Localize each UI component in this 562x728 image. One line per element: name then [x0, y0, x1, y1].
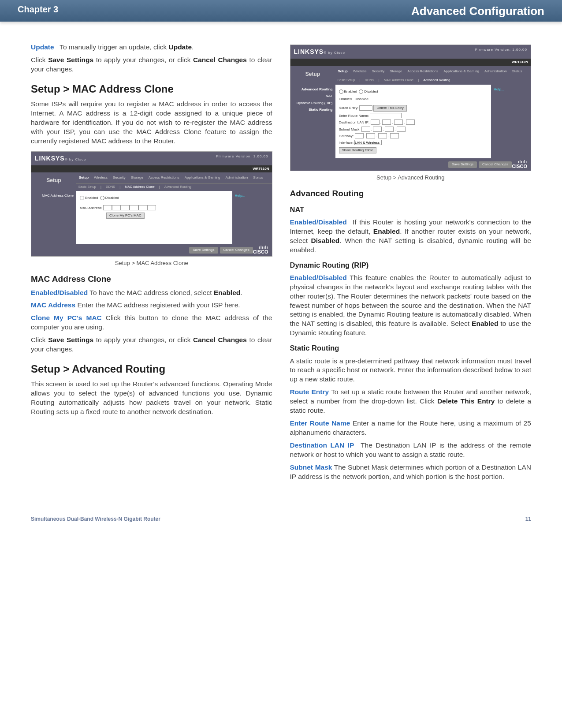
mac-address-para: MAC Address Enter the MAC address regist… [31, 301, 272, 310]
footer-product: Simultaneous Dual-Band Wireless-N Gigabi… [31, 516, 160, 522]
header-title: Advanced Configuration [411, 4, 544, 18]
page-header: Chapter 3 Advanced Configuration [0, 0, 562, 22]
right-column: LINKSYS® by CiscoFirmware Version: 1.00.… [290, 39, 532, 485]
heading-adv-routing: Advanced Routing [290, 188, 532, 199]
route-entry-para: Route Entry To set up a static route bet… [290, 388, 532, 415]
update-bold: Update [168, 43, 192, 51]
adv-intro: This screen is used to set up the Router… [31, 380, 272, 417]
route-name-para: Enter Route Name Enter a name for the Ro… [290, 419, 532, 437]
save-line-2: Click Save Settings to apply your change… [31, 336, 272, 354]
clone-para: Clone My PC's MAC Click this button to c… [31, 314, 272, 332]
rip-para: Enabled/Disabled This feature enables th… [290, 273, 532, 338]
heading-mac-setup: Setup > MAC Address Clone [31, 82, 272, 96]
nat-para: Enabled/Disabled If this Router is hosti… [290, 218, 532, 255]
footer-page-number: 11 [525, 516, 531, 522]
update-paragraph: Update To manually trigger an update, cl… [31, 43, 272, 52]
update-term: Update [31, 43, 54, 51]
adv-caption: Setup > Advanced Routing [290, 174, 532, 182]
dest-ip-para: Destination LAN IP The Destination LAN I… [290, 441, 532, 459]
update-text: To manually trigger an update, click [60, 43, 168, 51]
heading-static: Static Routing [290, 343, 532, 353]
page-body: Update To manually trigger an update, cl… [0, 39, 562, 503]
left-column: Update To manually trigger an update, cl… [31, 39, 272, 485]
heading-rip: Dynamic Routing (RIP) [290, 260, 532, 270]
update-after: . [192, 43, 194, 51]
page-footer: Simultaneous Dual-Band Wireless-N Gigabi… [0, 503, 562, 535]
subnet-para: Subnet Mask The Subnet Mask determines w… [290, 463, 532, 482]
mac-intro: Some ISPs will require you to register a… [31, 100, 272, 146]
heading-adv-setup: Setup > Advanced Routing [31, 362, 272, 376]
static-intro: A static route is a pre-determined pathw… [290, 357, 532, 385]
heading-mac-clone: MAC Address Clone [31, 273, 272, 285]
screenshot-adv-routing: LINKSYS® by CiscoFirmware Version: 1.00.… [290, 45, 532, 171]
screenshot-mac-clone: LINKSYS® by CiscoFirmware Version: 1.00.… [31, 151, 272, 257]
heading-nat: NAT [290, 205, 532, 214]
chapter-label: Chapter 3 [18, 4, 58, 18]
save-line: Click Save Settings to apply your change… [31, 56, 272, 74]
mac-enabled-para: Enabled/Disabled To have the MAC address… [31, 288, 272, 298]
mac-caption: Setup > MAC Address Clone [31, 259, 272, 267]
